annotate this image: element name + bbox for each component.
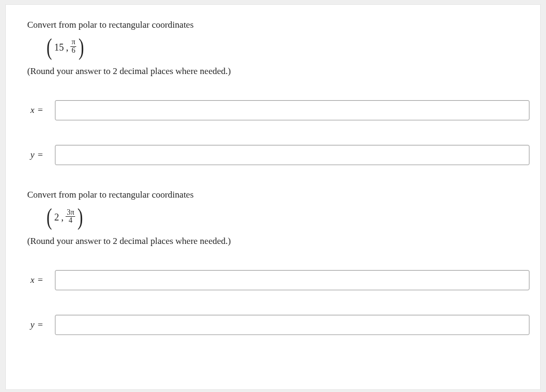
q2-block: Convert from polar to rectangular coordi… — [27, 190, 529, 335]
right-paren-icon: ) — [77, 208, 83, 226]
q1-r: 15 — [54, 43, 64, 52]
q1-prompt: Convert from polar to rectangular coordi… — [27, 20, 529, 30]
q2-frac-num: 3π — [66, 209, 75, 217]
comma: , — [66, 43, 69, 52]
q2-x-row: x = — [30, 270, 529, 290]
q2-prompt: Convert from polar to rectangular coordi… — [27, 190, 529, 200]
q2-y-label: y = — [30, 320, 49, 330]
comma: , — [61, 213, 64, 222]
right-paren-icon: ) — [78, 38, 84, 56]
q1-frac-den: 6 — [70, 47, 76, 55]
worksheet-page: Convert from polar to rectangular coordi… — [5, 4, 541, 390]
q1-pair: 15, π 6 — [53, 39, 78, 55]
q2-x-label: x = — [30, 275, 49, 285]
q1-y-label: y = — [30, 150, 49, 160]
q1-x-row: x = — [30, 100, 529, 120]
q2-polar-point: ( 2, 3π 4 ) — [45, 208, 529, 226]
q2-round-note: (Round your answer to 2 decimal places w… — [27, 236, 529, 247]
left-paren-icon: ( — [46, 208, 52, 226]
q1-frac-num: π — [70, 38, 76, 46]
q1-y-input[interactable] — [55, 145, 529, 165]
left-paren-icon: ( — [46, 38, 52, 56]
q1-y-row: y = — [30, 145, 529, 165]
q2-pair: 2, 3π 4 — [53, 209, 77, 225]
q2-r: 2 — [54, 213, 59, 222]
q1-theta-fraction: π 6 — [70, 38, 76, 54]
q2-y-row: y = — [30, 315, 529, 335]
q2-theta-fraction: 3π 4 — [66, 209, 75, 225]
q1-round-note: (Round your answer to 2 decimal places w… — [27, 66, 529, 77]
q2-frac-den: 4 — [68, 217, 74, 225]
q1-x-label: x = — [30, 105, 49, 116]
q1-x-input[interactable] — [55, 100, 529, 120]
q2-y-input[interactable] — [55, 315, 529, 335]
q1-polar-point: ( 15, π 6 ) — [45, 38, 529, 56]
q2-x-input[interactable] — [55, 270, 529, 290]
